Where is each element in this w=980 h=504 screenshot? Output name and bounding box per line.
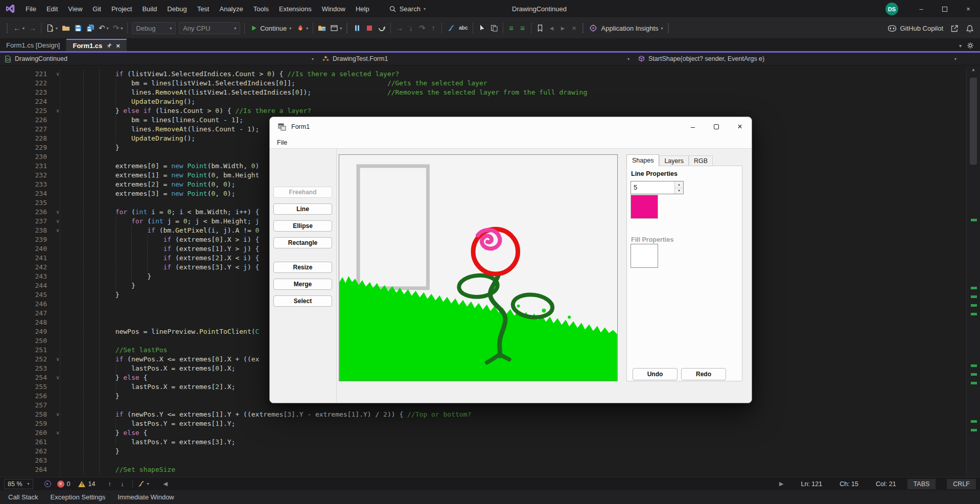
undo-button[interactable]: Undo xyxy=(633,368,678,380)
next-bookmark-icon[interactable]: ▸ xyxy=(557,22,569,34)
zoom-select[interactable]: 85 % ▾ xyxy=(4,479,33,489)
menu-build[interactable]: Build xyxy=(137,0,162,18)
fold-chevron-icon[interactable]: ∨ xyxy=(56,208,59,217)
tool-button-resize[interactable]: Resize xyxy=(273,262,332,273)
code-line[interactable]: 261 lastPos.Y = extremes[3].Y; xyxy=(0,438,966,447)
menu-edit[interactable]: Edit xyxy=(41,0,63,18)
form-tab-rgb[interactable]: RGB xyxy=(689,155,713,166)
code-line[interactable]: 262 } xyxy=(0,447,966,456)
save-icon[interactable] xyxy=(72,22,84,34)
spell-check-icon[interactable]: abc xyxy=(457,22,470,34)
panel-tab-immediate-window[interactable]: Immediate Window xyxy=(112,491,179,503)
bookmark-icon[interactable] xyxy=(534,22,546,34)
line-width-value[interactable]: 5 xyxy=(631,181,674,194)
fold-chevron-icon[interactable]: ∨ xyxy=(56,70,59,79)
scroll-up-arrow-icon[interactable]: ▲ xyxy=(967,65,980,72)
comment-lines-icon[interactable]: ≡ xyxy=(506,22,517,34)
step-over-icon[interactable]: ↷ xyxy=(416,22,428,34)
code-cleanup-icon[interactable] xyxy=(445,22,457,34)
fold-chevron-icon[interactable]: ∨ xyxy=(56,355,59,364)
clear-bookmarks-icon[interactable]: × xyxy=(569,22,580,34)
previous-issue-icon[interactable]: ↑ xyxy=(108,480,111,488)
stop-icon[interactable] xyxy=(363,22,376,34)
fold-chevron-icon[interactable]: ∨ xyxy=(56,106,59,116)
step-out-icon[interactable]: ↑ xyxy=(428,22,439,34)
code-line[interactable]: 224 UpdateDrawing(); xyxy=(0,97,966,106)
form-close-button[interactable]: × xyxy=(728,117,752,136)
application-insights-label[interactable]: Application Insights▾ xyxy=(599,25,665,32)
restart-icon[interactable] xyxy=(376,22,388,34)
code-line[interactable]: 222 bm = lines[listView1.SelectedIndices… xyxy=(0,79,966,88)
menu-analyze[interactable]: Analyze xyxy=(214,0,248,18)
menu-extensions[interactable]: Extensions xyxy=(274,0,317,18)
code-line[interactable]: 221∨ if (listView1.SelectedIndices.Count… xyxy=(0,70,966,79)
duplicate-code-icon[interactable] xyxy=(488,22,500,34)
panel-tab-call-stack[interactable]: Call Stack xyxy=(3,491,43,503)
fold-chevron-icon[interactable]: ∨ xyxy=(56,410,59,419)
type-dropdown[interactable]: DrawingTest.Form1 ▾ xyxy=(318,53,634,65)
code-line[interactable]: 225∨ } else if (lines.Count > 0) { //Is … xyxy=(0,106,966,116)
maximize-button[interactable] xyxy=(933,0,956,18)
code-fix-icon[interactable] xyxy=(137,480,145,488)
debug-config-select[interactable]: Debug▾ xyxy=(132,22,176,34)
scrollbar-thumb[interactable] xyxy=(970,78,977,165)
next-issue-icon[interactable]: ↓ xyxy=(121,480,124,488)
fold-chevron-icon[interactable]: ∨ xyxy=(56,373,59,382)
previous-bookmark-icon[interactable]: ◂ xyxy=(546,22,557,34)
line-width-stepper[interactable]: 5 ▲ ▼ xyxy=(631,181,684,194)
code-line[interactable]: 263 xyxy=(0,456,966,465)
stepper-down-icon[interactable]: ▼ xyxy=(675,188,683,194)
menu-test[interactable]: Test xyxy=(192,0,215,18)
fold-chevron-icon[interactable]: ∨ xyxy=(56,217,59,226)
close-button[interactable]: × xyxy=(956,0,980,18)
platform-select[interactable]: Any CPU▾ xyxy=(179,22,240,34)
redo-button[interactable]: Redo xyxy=(681,368,726,380)
code-line[interactable]: 264 //Set shapeSize xyxy=(0,465,966,474)
tool-button-ellipse[interactable]: Ellipse xyxy=(273,220,332,232)
menu-file[interactable]: File xyxy=(20,0,41,18)
avatar[interactable]: DS xyxy=(885,3,898,15)
scroll-right-arrow-icon[interactable]: ▶ xyxy=(779,480,783,487)
folder-icon[interactable] xyxy=(316,22,328,34)
menu-window[interactable]: Window xyxy=(317,0,351,18)
tool-button-select[interactable]: Select xyxy=(273,295,332,307)
show-next-statement-icon[interactable]: → xyxy=(393,22,405,34)
drawing-canvas[interactable] xyxy=(339,154,618,381)
notifications-bell-icon[interactable] xyxy=(966,25,974,33)
open-folder-icon[interactable] xyxy=(60,22,72,34)
pointer-icon[interactable] xyxy=(476,22,488,34)
github-copilot-button[interactable]: GitHub Copilot xyxy=(888,24,943,33)
code-line[interactable]: 223 lines.RemoveAt(listView1.SelectedInd… xyxy=(0,88,966,97)
pin-icon[interactable] xyxy=(106,42,112,49)
menu-tools[interactable]: Tools xyxy=(248,0,274,18)
browser-window-icon[interactable]: ▾ xyxy=(328,22,344,34)
pause-icon[interactable] xyxy=(351,22,363,34)
member-dropdown[interactable]: StartShape(object? sender, EventArgs e) … xyxy=(634,53,961,65)
tool-button-merge[interactable]: Merge xyxy=(273,279,332,290)
search-control[interactable]: Search ▾ xyxy=(389,5,426,13)
document-health-icon[interactable] xyxy=(44,480,51,487)
tab-form1-cs[interactable]: Form1.cs× xyxy=(66,39,126,51)
project-dropdown[interactable]: C# DrawingContinued ▾ xyxy=(0,53,318,65)
form-maximize-button[interactable] xyxy=(705,117,728,136)
error-count[interactable]: × 0 xyxy=(57,480,71,488)
code-line[interactable]: 258∨ if (newPos.Y <= extremes[1].Y + ((e… xyxy=(0,410,966,419)
form-tab-shapes[interactable]: Shapes xyxy=(626,154,659,166)
menu-debug[interactable]: Debug xyxy=(162,0,192,18)
code-line[interactable]: 259 lastPos.Y = extremes[1].Y; xyxy=(0,419,966,428)
hot-reload-icon[interactable]: ▾ xyxy=(294,22,310,34)
menu-git[interactable]: Git xyxy=(87,0,106,18)
code-line[interactable]: 260∨ } else { xyxy=(0,428,966,438)
form-minimize-button[interactable]: – xyxy=(681,117,705,136)
stepper-up-icon[interactable]: ▲ xyxy=(675,181,683,188)
redo-icon[interactable]: ↷▾ xyxy=(111,22,125,34)
navigate-back-icon[interactable]: ←▾ xyxy=(11,22,27,34)
uncomment-lines-icon[interactable]: ≡ xyxy=(517,22,528,34)
close-tab-icon[interactable]: × xyxy=(116,42,120,50)
editor-vertical-scrollbar[interactable]: ▲ xyxy=(966,65,980,477)
line-color-swatch[interactable] xyxy=(631,195,658,219)
fill-color-swatch[interactable] xyxy=(631,244,658,268)
continue-button[interactable]: Continue▾ xyxy=(247,23,294,34)
menu-help[interactable]: Help xyxy=(351,0,375,18)
tool-button-line[interactable]: Line xyxy=(273,203,332,215)
